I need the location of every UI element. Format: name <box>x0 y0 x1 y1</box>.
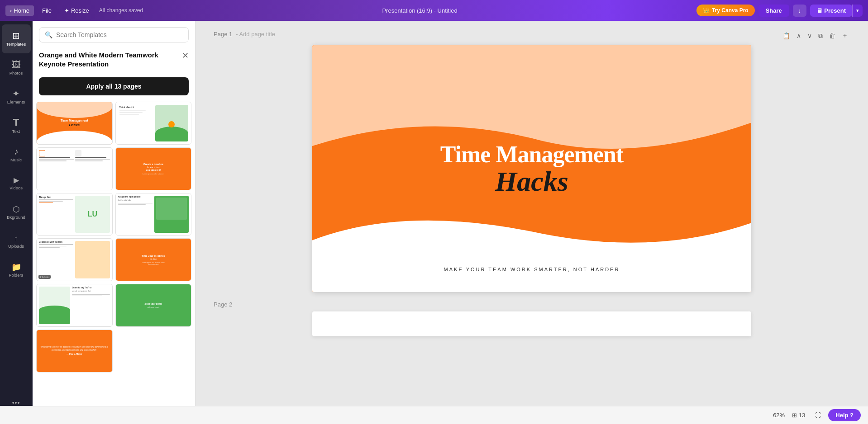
free-badge: FREE <box>38 275 51 279</box>
page-delete-button[interactable]: 🗑 <box>827 30 837 41</box>
pages-count-button[interactable]: ⊞ 13 <box>789 410 808 420</box>
status-bar: 62% ⊞ 13 ⛶ Help ? <box>0 406 868 424</box>
template-thumbnail-5[interactable]: Things first LU <box>36 193 113 236</box>
zoom-level: 62% <box>773 412 785 419</box>
page-add-button[interactable]: ＋ <box>840 30 850 42</box>
page1-controls: 📋 ∧ ∨ ⧉ 🗑 ＋ <box>781 30 850 42</box>
help-button[interactable]: Help ? <box>828 409 861 421</box>
slide-subtitle: MAKE YOUR TEAM WORK SMARTER, NOT HARDER <box>444 267 620 272</box>
crown-icon: 👑 <box>703 7 710 14</box>
search-box: 🔍 <box>39 27 189 42</box>
sidebar-item-folders[interactable]: 📁 Folders <box>2 256 31 285</box>
page-down-button[interactable]: ∨ <box>806 30 814 41</box>
sidebar-item-uploads[interactable]: ↑ Uploads <box>2 227 31 256</box>
template-thumbnail-1[interactable]: Time Management Hacks <box>36 102 113 145</box>
template-thumbnail-9[interactable]: Learn to say "no" to simple not projects… <box>36 284 113 327</box>
download-button[interactable]: ↓ <box>793 5 807 17</box>
elements-icon: ✦ <box>12 89 20 98</box>
template-title-row: Orange and White Modern Teamwork Keynote… <box>39 51 189 73</box>
photos-icon: 🖼 <box>12 60 21 69</box>
templates-icon: ⊞ <box>12 31 20 40</box>
home-button[interactable]: ‹ Home <box>5 5 34 16</box>
present-dropdown-button[interactable]: ▾ <box>852 5 863 17</box>
template-thumbnail-10[interactable]: align your goals with your goals <box>115 284 192 327</box>
text-icon: T <box>13 118 19 127</box>
fullscreen-icon: ⛶ <box>815 412 821 419</box>
slide-title-top: Time Management <box>356 141 707 167</box>
sidebar-item-background[interactable]: ⬡ Bkground <box>2 198 31 227</box>
background-icon: ⬡ <box>13 205 20 213</box>
template-thumbnail-8[interactable]: Time your meetings on time Lorem ipsum t… <box>115 238 192 281</box>
fullscreen-button[interactable]: ⛶ <box>812 410 824 420</box>
download-icon: ↓ <box>798 7 801 14</box>
page1-add-title[interactable]: - Add page title <box>236 31 275 38</box>
page1-header-row: Page 1 - Add page title 📋 ∧ ∨ ⧉ 🗑 ＋ <box>214 30 850 42</box>
slide-1[interactable]: Time Management Hacks MAKE YOUR TEAM WOR… <box>312 45 751 292</box>
monitor-icon: 🖥 <box>816 7 822 14</box>
template-thumbnail-4[interactable]: Create a timeline for each task and stic… <box>115 147 192 190</box>
slide-title-script: Hacks <box>356 167 707 195</box>
more-icon: ••• <box>12 400 20 406</box>
template-thumbnail-11[interactable]: "Productivity is never an accident. It i… <box>36 330 113 372</box>
music-icon: ♪ <box>14 147 19 156</box>
sidebar-item-text[interactable]: T Text <box>2 111 31 140</box>
nav-right-actions: 👑 Try Canva Pro Share ↓ 🖥 Present ▾ <box>696 5 863 17</box>
slide-1-container[interactable]: Time Management Hacks MAKE YOUR TEAM WOR… <box>312 45 751 292</box>
template-info-area: Orange and White Modern Teamwork Keynote… <box>33 47 195 100</box>
grid-icon: ⊞ <box>792 412 797 419</box>
videos-icon: ▶ <box>14 177 19 184</box>
sidebar-item-videos[interactable]: ▶ Videos <box>2 169 31 198</box>
search-input[interactable] <box>56 31 183 38</box>
resize-button[interactable]: ✦ Resize <box>60 5 94 16</box>
page-duplicate-button[interactable]: ⧉ <box>816 30 825 42</box>
back-icon: ‹ <box>10 7 12 14</box>
sidebar-item-music[interactable]: ♪ Music <box>2 140 31 169</box>
document-title: Presentation (16:9) - Untitled <box>147 7 693 14</box>
page1-label: Page 1 - Add page title <box>214 31 275 38</box>
search-icon: 🔍 <box>45 31 52 38</box>
thumbnails-grid: Time Management Hacks Think about it <box>36 102 191 372</box>
folders-icon: 📁 <box>11 263 21 271</box>
page2-label: Page 2 <box>214 301 850 308</box>
page-up-button[interactable]: ∧ <box>795 30 803 41</box>
sidebar-item-templates[interactable]: ⊞ Templates <box>2 24 31 53</box>
top-nav: ‹ Home File ✦ Resize All changes saved P… <box>0 0 868 21</box>
slide-2-container[interactable] <box>312 311 751 336</box>
close-template-button[interactable]: ✕ <box>182 51 189 61</box>
apply-all-pages-button[interactable]: Apply all 13 pages <box>39 77 189 95</box>
share-button[interactable]: Share <box>758 5 789 17</box>
present-button[interactable]: 🖥 Present <box>810 5 852 17</box>
icon-sidebar: ⊞ Templates 🖼 Photos ✦ Elements T Text ♪… <box>0 21 33 424</box>
main-layout: ⊞ Templates 🖼 Photos ✦ Elements T Text ♪… <box>0 21 868 424</box>
uploads-icon: ↑ <box>14 234 18 242</box>
template-thumbnail-3[interactable] <box>36 147 113 190</box>
canvas-area[interactable]: Page 1 - Add page title 📋 ∧ ∨ ⧉ 🗑 ＋ <box>196 21 868 424</box>
template-thumbnail-6[interactable]: Assign the right people for the right li… <box>115 193 192 236</box>
templates-panel: 🔍 Orange and White Modern Teamwork Keyno… <box>33 21 196 424</box>
resize-icon: ✦ <box>64 7 69 14</box>
slide-main-content[interactable]: Time Management Hacks <box>356 141 707 195</box>
try-canva-pro-button[interactable]: 👑 Try Canva Pro <box>696 5 755 16</box>
file-button[interactable]: File <box>38 5 56 16</box>
chevron-down-icon: ▾ <box>856 8 859 13</box>
page-add-note-button[interactable]: 📋 <box>781 30 792 41</box>
autosave-status: All changes saved <box>99 7 143 14</box>
template-title: Orange and White Modern Teamwork Keynote… <box>39 51 178 68</box>
template-thumbnail-7[interactable]: Be present with the task FREE <box>36 238 113 281</box>
template-thumbnail-2[interactable]: Think about it <box>115 102 192 145</box>
panel-header: 🔍 <box>33 21 195 47</box>
sidebar-item-photos[interactable]: 🖼 Photos <box>2 53 31 82</box>
thumbnails-scroll[interactable]: Time Management Hacks Think about it <box>33 100 195 424</box>
present-group: 🖥 Present ▾ <box>810 5 863 17</box>
sidebar-item-elements[interactable]: ✦ Elements <box>2 82 31 111</box>
wave-bottom-svg <box>312 206 751 292</box>
